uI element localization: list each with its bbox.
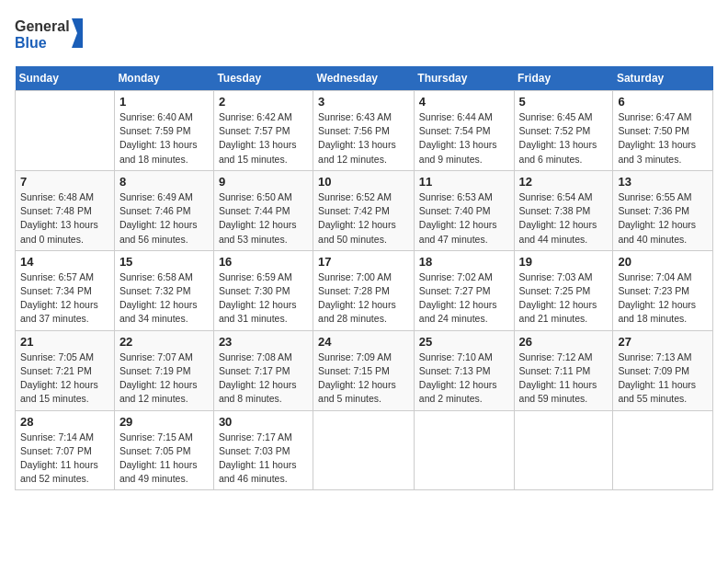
day-number: 3 [318,95,409,109]
day-number: 19 [519,255,609,269]
calendar-cell [613,410,713,490]
header-monday: Monday [114,66,213,91]
day-number: 9 [219,175,308,189]
day-info: Sunrise: 6:48 AM Sunset: 7:48 PM Dayligh… [20,190,109,247]
day-info: Sunrise: 6:45 AM Sunset: 7:52 PM Dayligh… [519,110,609,167]
calendar-cell: 13Sunrise: 6:55 AM Sunset: 7:36 PM Dayli… [613,170,713,250]
day-number: 14 [20,255,109,269]
day-number: 1 [119,95,209,109]
calendar-cell: 23Sunrise: 7:08 AM Sunset: 7:17 PM Dayli… [213,330,313,410]
day-number: 6 [618,95,708,109]
day-number: 25 [419,335,509,349]
calendar-cell: 21Sunrise: 7:05 AM Sunset: 7:21 PM Dayli… [16,330,115,410]
calendar-cell: 8Sunrise: 6:49 AM Sunset: 7:46 PM Daylig… [114,170,213,250]
calendar-cell: 20Sunrise: 7:04 AM Sunset: 7:23 PM Dayli… [613,250,713,330]
svg-text:General: General [15,18,70,34]
calendar-cell: 9Sunrise: 6:50 AM Sunset: 7:44 PM Daylig… [213,170,313,250]
day-number: 24 [318,335,409,349]
day-info: Sunrise: 7:10 AM Sunset: 7:13 PM Dayligh… [419,350,509,407]
day-number: 29 [119,415,209,429]
day-info: Sunrise: 7:08 AM Sunset: 7:17 PM Dayligh… [219,350,308,407]
calendar-cell: 29Sunrise: 7:15 AM Sunset: 7:05 PM Dayli… [114,410,213,490]
day-number: 20 [618,255,708,269]
day-info: Sunrise: 6:53 AM Sunset: 7:40 PM Dayligh… [419,190,509,247]
calendar-cell [414,410,514,490]
day-info: Sunrise: 7:04 AM Sunset: 7:23 PM Dayligh… [618,270,708,327]
day-info: Sunrise: 6:58 AM Sunset: 7:32 PM Dayligh… [119,270,209,327]
day-number: 30 [219,415,308,429]
header-sunday: Sunday [16,66,115,91]
calendar-cell: 26Sunrise: 7:12 AM Sunset: 7:11 PM Dayli… [514,330,613,410]
header-tuesday: Tuesday [213,66,313,91]
calendar-cell: 16Sunrise: 6:59 AM Sunset: 7:30 PM Dayli… [213,250,313,330]
day-number: 12 [519,175,609,189]
day-number: 8 [119,175,209,189]
day-info: Sunrise: 6:52 AM Sunset: 7:42 PM Dayligh… [318,190,409,247]
calendar-cell: 25Sunrise: 7:10 AM Sunset: 7:13 PM Dayli… [414,330,514,410]
calendar-cell: 5Sunrise: 6:45 AM Sunset: 7:52 PM Daylig… [514,91,613,171]
calendar-cell: 19Sunrise: 7:03 AM Sunset: 7:25 PM Dayli… [514,250,613,330]
logo: GeneralBlue [15,15,88,55]
svg-text:Blue: Blue [15,35,47,51]
page-header: GeneralBlue [15,15,713,55]
calendar-cell [16,91,115,171]
day-number: 5 [519,95,609,109]
calendar-cell: 15Sunrise: 6:58 AM Sunset: 7:32 PM Dayli… [114,250,213,330]
day-info: Sunrise: 7:17 AM Sunset: 7:03 PM Dayligh… [219,431,308,487]
calendar-cell: 7Sunrise: 6:48 AM Sunset: 7:48 PM Daylig… [16,170,115,250]
calendar-cell: 22Sunrise: 7:07 AM Sunset: 7:19 PM Dayli… [114,330,213,410]
calendar-cell: 1Sunrise: 6:40 AM Sunset: 7:59 PM Daylig… [114,91,213,171]
calendar-cell: 28Sunrise: 7:14 AM Sunset: 7:07 PM Dayli… [16,410,115,490]
day-number: 26 [519,335,609,349]
day-number: 17 [318,255,409,269]
day-number: 13 [618,175,708,189]
day-info: Sunrise: 6:43 AM Sunset: 7:56 PM Dayligh… [318,110,409,167]
calendar-week-1: 1Sunrise: 6:40 AM Sunset: 7:59 PM Daylig… [16,91,713,171]
header-wednesday: Wednesday [313,66,415,91]
day-info: Sunrise: 7:03 AM Sunset: 7:25 PM Dayligh… [519,270,609,327]
day-number: 4 [419,95,509,109]
day-info: Sunrise: 7:05 AM Sunset: 7:21 PM Dayligh… [20,350,109,407]
calendar-week-2: 7Sunrise: 6:48 AM Sunset: 7:48 PM Daylig… [16,170,713,250]
calendar-week-5: 28Sunrise: 7:14 AM Sunset: 7:07 PM Dayli… [16,410,713,490]
day-info: Sunrise: 7:12 AM Sunset: 7:11 PM Dayligh… [519,350,609,407]
calendar-cell: 27Sunrise: 7:13 AM Sunset: 7:09 PM Dayli… [613,330,713,410]
calendar-cell [313,410,415,490]
day-info: Sunrise: 7:00 AM Sunset: 7:28 PM Dayligh… [318,270,409,327]
header-saturday: Saturday [613,66,713,91]
day-info: Sunrise: 6:57 AM Sunset: 7:34 PM Dayligh… [20,270,109,327]
calendar-cell: 6Sunrise: 6:47 AM Sunset: 7:50 PM Daylig… [613,91,713,171]
day-number: 28 [20,415,109,429]
day-info: Sunrise: 6:40 AM Sunset: 7:59 PM Dayligh… [119,110,209,167]
day-number: 10 [318,175,409,189]
day-info: Sunrise: 7:15 AM Sunset: 7:05 PM Dayligh… [119,431,209,487]
day-info: Sunrise: 6:49 AM Sunset: 7:46 PM Dayligh… [119,190,209,247]
calendar-cell: 17Sunrise: 7:00 AM Sunset: 7:28 PM Dayli… [313,250,415,330]
logo-svg: GeneralBlue [15,15,88,55]
day-info: Sunrise: 6:55 AM Sunset: 7:36 PM Dayligh… [618,190,708,247]
calendar-cell: 11Sunrise: 6:53 AM Sunset: 7:40 PM Dayli… [414,170,514,250]
day-number: 18 [419,255,509,269]
day-number: 22 [119,335,209,349]
day-number: 15 [119,255,209,269]
day-info: Sunrise: 6:44 AM Sunset: 7:54 PM Dayligh… [419,110,509,167]
day-info: Sunrise: 6:42 AM Sunset: 7:57 PM Dayligh… [219,110,308,167]
day-info: Sunrise: 6:50 AM Sunset: 7:44 PM Dayligh… [219,190,308,247]
calendar-table: SundayMondayTuesdayWednesdayThursdayFrid… [15,66,713,490]
calendar-cell: 14Sunrise: 6:57 AM Sunset: 7:34 PM Dayli… [16,250,115,330]
day-info: Sunrise: 7:09 AM Sunset: 7:15 PM Dayligh… [318,350,409,407]
day-number: 23 [219,335,308,349]
calendar-week-3: 14Sunrise: 6:57 AM Sunset: 7:34 PM Dayli… [16,250,713,330]
calendar-cell: 2Sunrise: 6:42 AM Sunset: 7:57 PM Daylig… [213,91,313,171]
header-friday: Friday [514,66,613,91]
calendar-cell: 10Sunrise: 6:52 AM Sunset: 7:42 PM Dayli… [313,170,415,250]
day-info: Sunrise: 7:02 AM Sunset: 7:27 PM Dayligh… [419,270,509,327]
day-number: 16 [219,255,308,269]
day-number: 2 [219,95,308,109]
svg-marker-2 [72,18,83,48]
calendar-cell: 30Sunrise: 7:17 AM Sunset: 7:03 PM Dayli… [213,410,313,490]
day-info: Sunrise: 7:14 AM Sunset: 7:07 PM Dayligh… [20,431,109,487]
header-thursday: Thursday [414,66,514,91]
day-info: Sunrise: 6:54 AM Sunset: 7:38 PM Dayligh… [519,190,609,247]
day-info: Sunrise: 7:07 AM Sunset: 7:19 PM Dayligh… [119,350,209,407]
